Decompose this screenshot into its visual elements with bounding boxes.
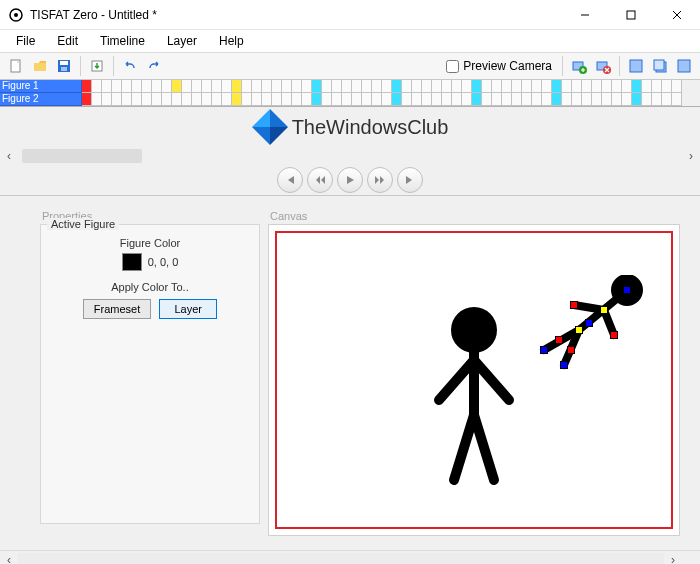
play-button[interactable] bbox=[337, 167, 363, 193]
menu-file[interactable]: File bbox=[6, 32, 45, 50]
frameset-button[interactable]: Frameset bbox=[83, 299, 151, 319]
canvas-title: Canvas bbox=[268, 210, 680, 222]
prev-frame-button[interactable] bbox=[307, 167, 333, 193]
canvas[interactable] bbox=[268, 224, 680, 536]
watermark: TheWindowsClub bbox=[0, 107, 700, 147]
joint-node[interactable] bbox=[575, 326, 583, 334]
track-figure-2[interactable]: Figure 2 bbox=[0, 93, 700, 106]
joint-node[interactable] bbox=[560, 361, 568, 369]
track-label[interactable]: Figure 1 bbox=[0, 80, 82, 93]
menu-edit[interactable]: Edit bbox=[47, 32, 88, 50]
next-frame-button[interactable] bbox=[367, 167, 393, 193]
joint-node[interactable] bbox=[610, 331, 618, 339]
preview-camera-checkbox[interactable]: Preview Camera bbox=[440, 59, 558, 73]
joint-node[interactable] bbox=[540, 346, 548, 354]
figure-color-value: 0, 0, 0 bbox=[148, 256, 179, 268]
joint-node[interactable] bbox=[570, 301, 578, 309]
svg-point-1 bbox=[14, 13, 18, 17]
group-legend: Active Figure bbox=[47, 218, 119, 230]
preview-camera-label: Preview Camera bbox=[463, 59, 552, 73]
canvas-panel: Canvas bbox=[268, 210, 680, 536]
properties-panel: Properties Active Figure Figure Color 0,… bbox=[40, 210, 260, 536]
timeline-scrollbar[interactable]: ‹ › bbox=[0, 147, 700, 165]
scroll-track[interactable] bbox=[18, 553, 664, 565]
remove-layer-icon[interactable] bbox=[592, 55, 614, 77]
stick-figure-1[interactable] bbox=[419, 305, 529, 505]
svg-rect-15 bbox=[630, 60, 642, 72]
joint-node[interactable] bbox=[567, 346, 575, 354]
svg-rect-17 bbox=[654, 60, 664, 70]
menubar: File Edit Timeline Layer Help bbox=[0, 30, 700, 52]
first-frame-button[interactable] bbox=[277, 167, 303, 193]
svg-line-22 bbox=[474, 360, 509, 400]
open-file-icon[interactable] bbox=[29, 55, 51, 77]
apply-color-label: Apply Color To.. bbox=[111, 281, 188, 293]
menu-layer[interactable]: Layer bbox=[157, 32, 207, 50]
track-cells[interactable] bbox=[82, 80, 700, 93]
save-file-icon[interactable] bbox=[53, 55, 75, 77]
svg-line-24 bbox=[474, 415, 494, 480]
menu-help[interactable]: Help bbox=[209, 32, 254, 50]
layer-down-icon[interactable] bbox=[673, 55, 695, 77]
menu-timeline[interactable]: Timeline bbox=[90, 32, 155, 50]
layer-up-icon[interactable] bbox=[625, 55, 647, 77]
playback-controls bbox=[0, 165, 700, 195]
toolbar: Preview Camera bbox=[0, 52, 700, 80]
last-frame-button[interactable] bbox=[397, 167, 423, 193]
add-layer-icon[interactable] bbox=[568, 55, 590, 77]
preview-camera-input[interactable] bbox=[446, 60, 459, 73]
scroll-thumb[interactable] bbox=[22, 149, 142, 163]
minimize-button[interactable] bbox=[562, 0, 608, 30]
layer-button[interactable]: Layer bbox=[159, 299, 217, 319]
app-icon bbox=[8, 7, 24, 23]
track-cells[interactable] bbox=[82, 93, 700, 106]
export-icon[interactable] bbox=[86, 55, 108, 77]
svg-rect-18 bbox=[678, 60, 690, 72]
svg-line-21 bbox=[439, 360, 474, 400]
new-file-icon[interactable] bbox=[5, 55, 27, 77]
track-label[interactable]: Figure 2 bbox=[0, 93, 82, 106]
joint-node[interactable] bbox=[555, 336, 563, 344]
svg-rect-9 bbox=[61, 67, 67, 71]
joint-node[interactable] bbox=[623, 286, 631, 294]
watermark-text: TheWindowsClub bbox=[292, 116, 449, 139]
scroll-right-icon[interactable]: › bbox=[682, 147, 700, 165]
svg-rect-3 bbox=[627, 11, 635, 19]
undo-icon[interactable] bbox=[119, 55, 141, 77]
timeline: Figure 1 Figure 2 TheWindowsClub ‹ › bbox=[0, 80, 700, 196]
titlebar: TISFAT Zero - Untitled * bbox=[0, 0, 700, 30]
layer-copy-icon[interactable] bbox=[649, 55, 671, 77]
size-grip[interactable] bbox=[682, 551, 700, 565]
track-figure-1[interactable]: Figure 1 bbox=[0, 80, 700, 93]
joint-node[interactable] bbox=[585, 319, 593, 327]
figure-color-label: Figure Color bbox=[120, 237, 181, 249]
scroll-left-icon[interactable]: ‹ bbox=[0, 147, 18, 165]
window-horizontal-scrollbar[interactable]: ‹ › bbox=[0, 550, 700, 564]
active-figure-group: Active Figure Figure Color 0, 0, 0 Apply… bbox=[40, 224, 260, 524]
redo-icon[interactable] bbox=[143, 55, 165, 77]
scroll-right-icon[interactable]: › bbox=[664, 551, 682, 565]
watermark-icon bbox=[252, 109, 288, 145]
scroll-left-icon[interactable]: ‹ bbox=[0, 551, 18, 565]
svg-rect-8 bbox=[60, 61, 68, 65]
maximize-button[interactable] bbox=[608, 0, 654, 30]
window-title: TISFAT Zero - Untitled * bbox=[30, 8, 562, 22]
svg-line-23 bbox=[454, 415, 474, 480]
close-button[interactable] bbox=[654, 0, 700, 30]
main-area: Properties Active Figure Figure Color 0,… bbox=[0, 196, 700, 550]
color-swatch[interactable] bbox=[122, 253, 142, 271]
joint-node[interactable] bbox=[600, 306, 608, 314]
